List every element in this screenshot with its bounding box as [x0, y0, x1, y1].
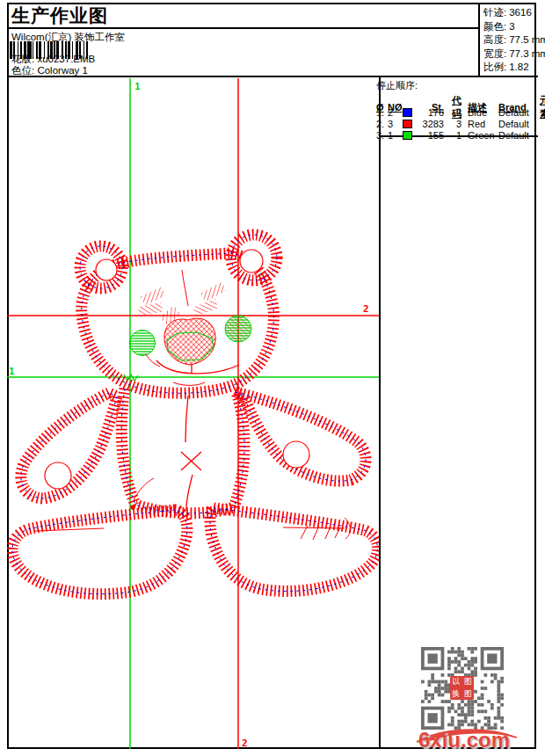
stamp-character: 以: [450, 676, 462, 688]
width-value: 77.3 mm: [509, 48, 545, 59]
stamp-character: 换: [450, 688, 462, 701]
info-box-divider: [478, 3, 480, 77]
logo-stamp: 以图换图: [450, 676, 474, 700]
row-stitches: 3283: [418, 119, 447, 129]
bear-paw-left: [45, 462, 71, 489]
row-code: 1: [447, 130, 464, 141]
row-desc: Blue: [464, 107, 498, 118]
table-row: 1. 2 176 2 Blue Default: [376, 106, 537, 118]
row-brand: Default: [498, 130, 540, 141]
site-name: 6xiu.com: [418, 728, 510, 752]
row-code: 3: [447, 119, 464, 129]
color-count-row: 颜色:3: [483, 20, 545, 34]
height-label: 高度:: [483, 34, 506, 45]
bear-chin-line: [173, 382, 205, 385]
teddy-bear-design: [12, 235, 378, 594]
drawing-area-divider: [379, 77, 381, 749]
underlay-arm-right: [236, 392, 366, 481]
stamp-character: 图: [462, 676, 475, 688]
color-swatch: [403, 108, 412, 117]
foot-right-curve: [345, 518, 351, 539]
colorway-value: Colorway 1: [37, 65, 88, 76]
scale-value: 1.82: [509, 62, 528, 72]
stitch-count-value: 3616: [509, 7, 532, 18]
row-stitches: 155: [418, 130, 447, 141]
guide-label-right: 2: [363, 303, 369, 315]
color-swatch: [403, 131, 412, 140]
arm-left-crease: [134, 478, 154, 500]
pattern-value: xu0237.EMB: [37, 54, 95, 64]
guide-label-top: 1: [134, 81, 141, 92]
bear-paw-right: [283, 441, 309, 468]
stitch-count-label: 针迹:: [483, 7, 506, 18]
bear-eyebrow-right: [200, 282, 226, 302]
colorway: 色位: Colorway 1: [11, 64, 88, 77]
page-title: 生产作业图: [11, 4, 108, 28]
colorway-label: 色位:: [11, 65, 34, 76]
row-needle: 3: [388, 119, 402, 129]
site-watermark: 6xiu.com: [410, 723, 524, 752]
width-label: 宽度:: [483, 48, 506, 59]
hoop-guides: 1 2 1 2: [7, 78, 379, 749]
row-desc: Red: [464, 119, 498, 129]
bear-ear-left-inner: [96, 259, 117, 280]
guide-label-bottom: 2: [242, 738, 248, 749]
scale-row: 比例:1.82: [483, 61, 545, 75]
row-desc: Green: [464, 130, 498, 141]
embroidery-design-canvas: 1 2 1 2: [7, 77, 379, 749]
row-brand: Default: [498, 107, 540, 118]
chest-seam: [185, 396, 188, 442]
row-needle: 2: [388, 107, 402, 118]
row-code: 2: [447, 107, 464, 118]
width-row: 宽度:77.3 mm: [483, 47, 545, 62]
forehead-seam: [182, 270, 188, 306]
bear-cheek-left: [130, 331, 156, 356]
bear-nose-crosshatch: [164, 318, 215, 365]
row-needle: 1: [388, 130, 402, 141]
header-elem: 元素: [540, 94, 545, 120]
bear-eyebrow-left: [141, 287, 165, 306]
bear-cheek-right-overstitch: [226, 316, 251, 341]
color-count-label: 颜色:: [483, 21, 506, 32]
bear-leg-left: [12, 510, 187, 594]
leg-right-crease: [283, 527, 345, 528]
belly-cross-stitch: [181, 452, 201, 470]
table-row: 2. 3 3283 3 Red Default: [376, 118, 537, 129]
table-header-row: Ø NØ St. 代码 描述 Brand 元素: [376, 94, 537, 105]
pattern-label: 花版:: [11, 54, 34, 64]
production-worksheet-page: { "header": { "title": "生产作业图", "studio"…: [0, 0, 545, 756]
bear-torso-outline: [121, 389, 244, 513]
belly-seam: [186, 475, 193, 509]
stitch-count-row: 针迹:3616: [483, 6, 545, 20]
stop-sequence-title: 停止顺序:: [376, 79, 537, 92]
bear-face: [124, 270, 251, 385]
bear-eye-right: [193, 299, 218, 316]
color-swatch: [403, 120, 412, 128]
bear-mouth-left: [146, 354, 160, 367]
underlay-torso: [121, 389, 244, 513]
height-value: 77.5 mm: [509, 34, 545, 45]
design-info-box: 针迹:3616 颜色:3 高度:77.5 mm 宽度:77.3 mm 比例:1.…: [483, 6, 545, 75]
stop-sequence-table: 停止顺序: Ø NØ St. 代码 描述 Brand 元素 1. 2 176 2…: [376, 79, 537, 141]
table-row: 3. 1 155 1 Green Default: [376, 129, 537, 141]
bear-eye-left: [138, 302, 164, 316]
leg-left-crease: [35, 528, 104, 531]
bear-arm-right: [236, 392, 366, 481]
bear-ear-right-inner: [240, 250, 263, 273]
color-count-value: 3: [509, 21, 514, 32]
scale-label: 比例:: [483, 62, 506, 72]
row-stitches: 176: [418, 107, 447, 118]
guide-label-left: 1: [9, 366, 15, 377]
bear-leg-right: [210, 508, 378, 592]
row-brand: Default: [498, 119, 540, 129]
bear-outline-stitching: [12, 235, 378, 594]
height-row: 高度:77.5 mm: [483, 33, 545, 47]
stamp-character: 图: [462, 688, 475, 701]
